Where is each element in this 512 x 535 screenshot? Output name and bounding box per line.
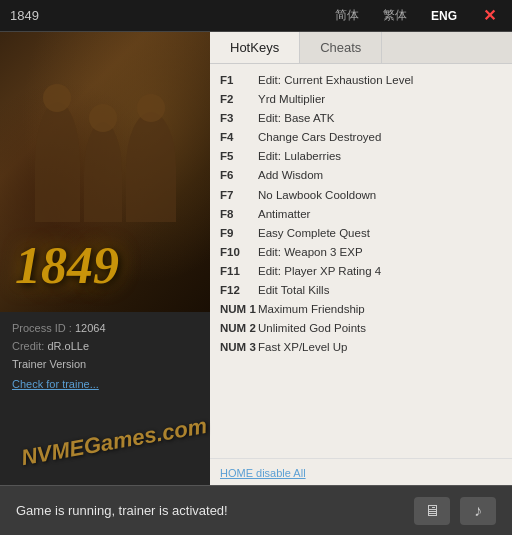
hotkey-description: Edit Total Kills [258,282,329,298]
home-disable-all-link[interactable]: HOME disable All [220,467,306,479]
hotkey-item: F1Edit: Current Exhaustion Level [220,72,502,88]
figure-1 [35,102,80,222]
hotkey-key: F3 [220,110,258,126]
hotkey-key: F6 [220,167,258,183]
hotkey-key: F9 [220,225,258,241]
hotkey-key: NUM 2 [220,320,258,336]
hotkey-description: Edit: Base ATK [258,110,335,126]
hotkey-key: F2 [220,91,258,107]
hotkey-description: Unlimited God Points [258,320,366,336]
figure-area [0,42,210,222]
hotkey-key: F10 [220,244,258,260]
hotkey-key: F11 [220,263,258,279]
close-button[interactable]: ✕ [477,4,502,27]
tabs-bar: HotKeys Cheats [210,32,512,64]
music-icon-button[interactable]: ♪ [460,497,496,525]
hotkey-description: Edit: Weapon 3 EXP [258,244,363,260]
hotkey-description: Edit: Current Exhaustion Level [258,72,413,88]
hotkey-description: Change Cars Destroyed [258,129,381,145]
hotkey-item: F9Easy Complete Quest [220,225,502,241]
hotkey-item: F10Edit: Weapon 3 EXP [220,244,502,260]
status-icons: 🖥 ♪ [414,497,496,525]
hotkeys-list: F1Edit: Current Exhaustion LevelF2Yrd Mu… [210,64,512,458]
title-bar: 1849 简体 繁体 ENG ✕ [0,0,512,32]
tab-hotkeys[interactable]: HotKeys [210,32,300,63]
hotkey-item: F7No Lawbook Cooldown [220,187,502,203]
hotkey-item: NUM 3Fast XP/Level Up [220,339,502,355]
check-link-row: Check for traine... [12,374,198,392]
status-bar: Game is running, trainer is activated! 🖥… [0,485,512,535]
main-content: 1849 Process ID : 12064 Credit: dR.oLLe … [0,32,512,485]
tab-cheats[interactable]: Cheats [300,32,382,63]
hotkey-description: Easy Complete Quest [258,225,370,241]
hotkey-description: Edit: Player XP Rating 4 [258,263,381,279]
app-title: 1849 [10,8,39,23]
lang-simplified[interactable]: 简体 [331,5,363,26]
credit-row: Credit: dR.oLLe [12,340,198,352]
hotkey-key: NUM 1 [220,301,258,317]
status-text: Game is running, trainer is activated! [16,503,228,518]
hotkey-item: F2Yrd Multiplier [220,91,502,107]
hotkey-key: F12 [220,282,258,298]
game-title-overlay: 1849 [15,240,119,292]
hotkey-description: Fast XP/Level Up [258,339,347,355]
hotkey-key: F5 [220,148,258,164]
game-cover-image: 1849 [0,32,210,312]
monitor-icon-button[interactable]: 🖥 [414,497,450,525]
check-trainer-link[interactable]: Check for traine... [12,378,99,390]
hotkey-item: F11Edit: Player XP Rating 4 [220,263,502,279]
home-row: HOME disable All [210,458,512,485]
process-id-value: 12064 [75,322,106,334]
process-id-label: Process ID : [12,322,75,334]
hotkey-description: Edit: Lulaberries [258,148,341,164]
hotkey-item: F5Edit: Lulaberries [220,148,502,164]
hotkey-description: Add Wisdom [258,167,323,183]
hotkey-key: F7 [220,187,258,203]
hotkey-item: F3Edit: Base ATK [220,110,502,126]
credit-label: Credit: [12,340,47,352]
hotkey-item: F6Add Wisdom [220,167,502,183]
hotkey-description: Antimatter [258,206,310,222]
monitor-icon: 🖥 [424,502,440,520]
hotkey-item: F4Change Cars Destroyed [220,129,502,145]
hotkey-key: F1 [220,72,258,88]
right-panel: HotKeys Cheats F1Edit: Current Exhaustio… [210,32,512,485]
process-id-row: Process ID : 12064 [12,322,198,334]
hotkey-description: Maximum Friendship [258,301,365,317]
hotkey-item: NUM 2Unlimited God Points [220,320,502,336]
hotkey-item: F12Edit Total Kills [220,282,502,298]
music-icon: ♪ [474,502,482,520]
hotkey-key: NUM 3 [220,339,258,355]
trainer-version-row: Trainer Version [12,358,198,370]
title-bar-controls: 简体 繁体 ENG ✕ [331,4,502,27]
figure-3 [126,112,176,222]
hotkey-key: F8 [220,206,258,222]
credit-value: dR.oLLe [47,340,89,352]
hotkey-description: No Lawbook Cooldown [258,187,376,203]
trainer-version-label: Trainer Version [12,358,86,370]
figure-2 [84,122,122,222]
lang-english[interactable]: ENG [427,7,461,25]
hotkey-item: NUM 1Maximum Friendship [220,301,502,317]
hotkey-description: Yrd Multiplier [258,91,325,107]
lang-traditional[interactable]: 繁体 [379,5,411,26]
hotkey-item: F8Antimatter [220,206,502,222]
hotkey-key: F4 [220,129,258,145]
